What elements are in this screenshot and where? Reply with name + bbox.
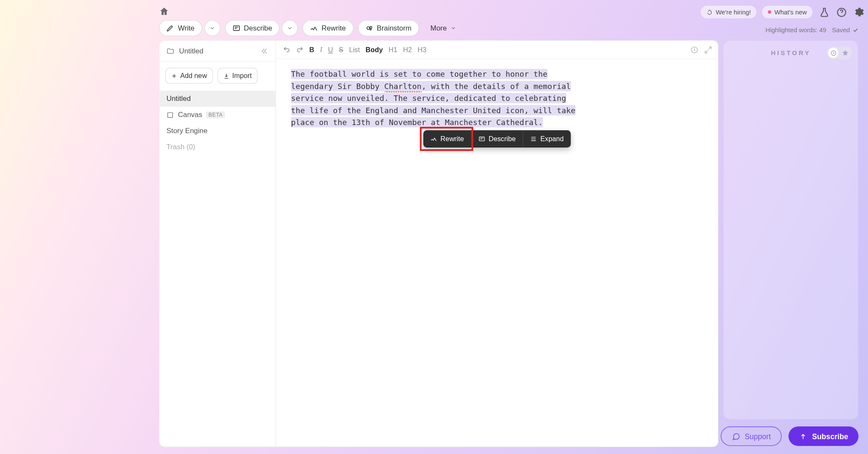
svg-point-3 [370, 26, 372, 28]
redo-icon[interactable] [296, 46, 304, 53]
beta-badge: BETA [206, 111, 225, 118]
toggle-knob [828, 47, 838, 58]
svg-point-4 [370, 29, 371, 30]
hiring-label: We're hiring! [716, 8, 751, 15]
import-label: Import [232, 72, 252, 80]
sidebar-item-label: Canvas [178, 111, 202, 119]
sidebar-title: Untitled [179, 47, 203, 55]
history-clock-icon[interactable] [690, 46, 698, 54]
editor-pane: B I U S List Body H1 H2 H3 The football … [276, 40, 718, 447]
add-new-label: Add new [180, 72, 207, 80]
h1-button[interactable]: H1 [389, 46, 398, 54]
spellcheck-word: Charlton [384, 81, 422, 92]
dot-icon [768, 10, 771, 14]
write-dropdown[interactable] [204, 20, 220, 36]
sidebar-item-untitled[interactable]: Untitled [159, 91, 275, 107]
float-expand-button[interactable]: Expand [523, 130, 570, 148]
write-label: Write [178, 24, 195, 32]
sidebar-item-label: Trash (0) [167, 143, 195, 151]
help-icon[interactable] [835, 6, 847, 18]
clock-icon [830, 50, 837, 56]
svg-rect-5 [168, 112, 173, 117]
add-new-button[interactable]: Add new [165, 68, 213, 84]
float-expand-label: Expand [540, 135, 564, 143]
rewrite-label: Rewrite [322, 24, 346, 32]
h2-button[interactable]: H2 [403, 46, 412, 54]
highlighted-count: Highlighted words: 49 [765, 26, 826, 33]
brainstorm-label: Brainstorm [377, 24, 412, 32]
more-label: More [431, 24, 447, 32]
hiring-pill[interactable]: We're hiring! [701, 6, 757, 19]
float-rewrite-button[interactable]: Rewrite [423, 130, 471, 148]
float-describe-button[interactable]: Describe [471, 130, 523, 148]
whatsnew-label: What's new [774, 8, 807, 15]
star-icon [842, 49, 849, 56]
describe-button[interactable]: Describe [225, 20, 280, 36]
brainstorm-button[interactable]: Brainstorm [358, 20, 419, 36]
float-describe-label: Describe [489, 135, 516, 143]
sidebar-item-label: Untitled [167, 95, 191, 103]
bold-button[interactable]: B [309, 46, 314, 54]
selection-toolbar: Rewrite Describe Expand [423, 130, 571, 148]
sidebar-item-canvas[interactable]: Canvas BETA [159, 107, 275, 123]
document-body[interactable]: The football world is set to come togeth… [276, 59, 718, 137]
sidebar: Untitled Add new Import Untitled [159, 40, 276, 447]
history-toggle[interactable] [827, 47, 852, 59]
sidebar-item-label: Story Engine [167, 127, 208, 135]
subscribe-button[interactable]: Subscribe [789, 426, 859, 446]
whatsnew-pill[interactable]: What's new [762, 6, 812, 19]
text-line: The football world is set to come togeth… [291, 69, 547, 79]
undo-icon[interactable] [283, 46, 291, 53]
support-button[interactable]: Support [721, 426, 782, 446]
text-line: the life of the England and Manchester U… [291, 105, 575, 115]
sidebar-item-story-engine[interactable]: Story Engine [159, 123, 275, 139]
body-style-button[interactable]: Body [366, 46, 383, 54]
folder-icon [167, 47, 175, 55]
italic-button[interactable]: I [320, 45, 322, 54]
text-line: legendary Sir Bobby [291, 81, 384, 91]
describe-dropdown[interactable] [282, 20, 298, 36]
flask-icon[interactable] [818, 6, 830, 18]
home-icon[interactable] [159, 6, 169, 17]
support-label: Support [745, 432, 771, 440]
saved-label: Saved [832, 26, 850, 33]
import-button[interactable]: Import [217, 68, 258, 84]
text-line: service now unveiled. The service, dedic… [291, 93, 566, 103]
history-title: HISTORY [771, 49, 811, 56]
collapse-icon[interactable] [259, 47, 269, 56]
float-rewrite-label: Rewrite [440, 135, 464, 143]
sidebar-item-trash[interactable]: Trash (0) [159, 139, 275, 155]
expand-icon[interactable] [704, 46, 712, 54]
more-button[interactable]: More [423, 20, 463, 36]
underline-button[interactable]: U [328, 46, 333, 54]
svg-rect-7 [479, 137, 484, 141]
list-button[interactable]: List [349, 46, 360, 54]
chat-icon [732, 432, 740, 440]
text-line: , with the details of a memorial [422, 81, 571, 91]
subscribe-label: Subscribe [812, 432, 848, 440]
svg-point-2 [367, 27, 369, 29]
upgrade-icon [799, 432, 807, 440]
canvas-icon [167, 111, 174, 119]
history-panel: HISTORY [723, 40, 859, 420]
h3-button[interactable]: H3 [417, 46, 426, 54]
describe-label: Describe [244, 24, 272, 32]
rewrite-button[interactable]: Rewrite [303, 20, 353, 36]
strike-button[interactable]: S [339, 46, 343, 54]
text-line: place on the 13th of November at Manches… [291, 117, 542, 127]
gear-icon[interactable] [853, 6, 864, 18]
write-button[interactable]: Write [159, 20, 202, 36]
